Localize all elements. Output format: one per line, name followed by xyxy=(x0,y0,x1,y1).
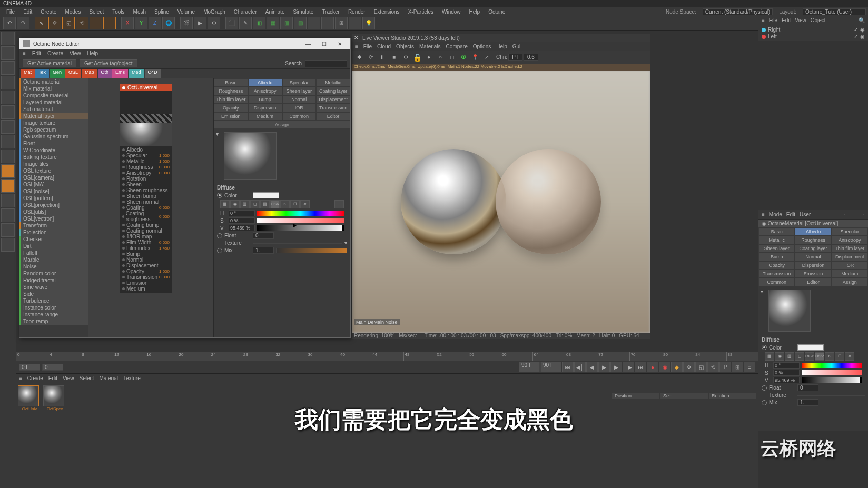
node-port[interactable]: Coating normal xyxy=(121,228,171,234)
prim-button-2[interactable]: ▦ xyxy=(267,17,279,29)
h-value[interactable]: 0 ° xyxy=(229,210,255,216)
lv-close-icon[interactable]: ✕ xyxy=(354,35,360,41)
attr-cm-rgb[interactable]: RGB xyxy=(805,352,814,361)
collapse-icon[interactable]: ▾ xyxy=(214,129,221,139)
color-swatch[interactable] xyxy=(253,192,279,198)
object-row[interactable]: Right✓◉ xyxy=(762,26,865,33)
value-slider[interactable] xyxy=(257,225,344,231)
attr-menu-edit[interactable]: Edit xyxy=(786,212,795,217)
prop-tab[interactable]: Specular xyxy=(282,78,317,87)
attr-cm-1[interactable]: ▦ xyxy=(765,352,774,361)
light-button[interactable]: 💡 xyxy=(362,17,375,29)
sidebar-item[interactable]: OSL[vectron] xyxy=(19,215,88,222)
port-dot-icon[interactable] xyxy=(122,189,125,192)
sidebar-item[interactable]: Ridged fractal xyxy=(19,277,88,284)
sidebar-item[interactable]: Layered material xyxy=(19,99,88,106)
sidebar-item[interactable]: Projection xyxy=(19,229,88,236)
port-dot-icon[interactable] xyxy=(122,177,125,180)
color-radio[interactable] xyxy=(217,193,222,198)
attr-tab[interactable]: Assign xyxy=(832,278,868,286)
menu-extensions[interactable]: Extensions xyxy=(370,9,404,15)
attr-cm-grid[interactable]: ⊞ xyxy=(835,352,844,361)
lv-lock-button[interactable]: 🔒 xyxy=(412,52,422,63)
sidebar-item[interactable]: OSL[utils] xyxy=(19,208,88,215)
attr-tab[interactable]: Roughness xyxy=(795,236,831,244)
ne-menu-view[interactable]: View xyxy=(70,51,81,56)
prop-tab[interactable]: Coating layer xyxy=(316,87,350,95)
object-row[interactable]: Left✓◉ xyxy=(762,33,865,40)
lv-menu-materials[interactable]: Materials xyxy=(419,44,441,49)
timeline-end-field[interactable]: 90 F xyxy=(519,362,540,372)
attr-menu-user[interactable]: User xyxy=(800,212,811,217)
timeline-start2-field[interactable]: 0 F xyxy=(42,364,63,371)
node-port[interactable]: Metallic1.000 xyxy=(121,158,171,164)
mix-slider[interactable] xyxy=(276,248,347,253)
prop-tab[interactable]: Medium xyxy=(248,112,282,121)
port-dot-icon[interactable] xyxy=(122,282,125,284)
hamburger-icon[interactable]: ≡ xyxy=(19,375,22,381)
port-dot-icon[interactable] xyxy=(122,183,125,186)
key-button-7[interactable]: ≡ xyxy=(744,362,755,372)
menu-tracker[interactable]: Tracker xyxy=(318,9,344,15)
prop-tab[interactable]: Normal xyxy=(282,95,317,104)
lv-menu-cloud[interactable]: Cloud xyxy=(377,44,391,49)
hamburger-icon[interactable]: ≡ xyxy=(762,212,765,217)
ne-menu-create[interactable]: Create xyxy=(47,51,63,56)
node-octuniversal[interactable]: OctUniversal AlbedoSpecular1.000Metallic… xyxy=(120,84,172,293)
chn-dropdown[interactable]: PT xyxy=(508,54,522,61)
port-dot-icon[interactable] xyxy=(122,235,125,238)
menu-tools[interactable]: Tools xyxy=(108,9,129,15)
node-port[interactable]: Normal xyxy=(121,257,171,263)
timeline-start-field[interactable]: 0 F xyxy=(19,364,40,371)
node-port[interactable]: Roughness0.000 xyxy=(121,164,171,170)
attr-tab[interactable]: Displacement xyxy=(832,253,868,261)
attr-v-value[interactable]: 95.469 % xyxy=(773,377,800,383)
redo-button[interactable]: ↷ xyxy=(17,17,29,29)
attr-tab[interactable]: Basic xyxy=(758,227,795,236)
prop-tab[interactable]: Metallic xyxy=(316,78,350,87)
sidebar-item[interactable]: Material layer xyxy=(19,113,88,119)
sidebar-item[interactable]: Sub material xyxy=(19,106,88,113)
prop-tab[interactable]: Common xyxy=(282,112,317,121)
prop-tab[interactable]: Sheen layer xyxy=(282,87,317,95)
attr-cm-2[interactable]: ◉ xyxy=(775,352,784,361)
lv-menu-objects[interactable]: Objects xyxy=(396,44,414,49)
attr-tab[interactable]: Specular xyxy=(832,227,868,236)
attr-float-field[interactable]: 0 xyxy=(797,384,818,391)
lv-menu-options[interactable]: Options xyxy=(473,44,491,49)
sidebar-item[interactable]: OSL[MA] xyxy=(19,181,88,188)
camera-button[interactable] xyxy=(349,17,361,29)
attr-s-value[interactable]: 0 % xyxy=(773,370,800,376)
get-active-material-button[interactable]: Get Active material xyxy=(23,59,76,67)
prop-tab[interactable]: Displacement xyxy=(316,95,350,104)
color-mode-8[interactable]: # xyxy=(300,200,310,208)
scale-tool-button[interactable]: ◱ xyxy=(62,17,75,29)
key-button-4[interactable]: ⟲ xyxy=(707,362,719,372)
ne-tab-map[interactable]: Map xyxy=(82,69,97,78)
attr-nav-back[interactable]: ← xyxy=(843,212,849,217)
menu-volume[interactable]: Volume xyxy=(173,9,199,15)
sidebar-item[interactable]: Gaussian spectrum xyxy=(19,133,88,140)
mm-menu-create[interactable]: Create xyxy=(27,375,43,381)
hamburger-icon[interactable]: ≡ xyxy=(23,51,26,56)
ne-tab-ems[interactable]: Ems xyxy=(112,69,128,78)
menu-window[interactable]: Window xyxy=(438,9,465,15)
rail-btn-10[interactable] xyxy=(1,164,15,178)
hamburger-icon[interactable]: ≡ xyxy=(762,17,765,23)
attr-color-radio[interactable] xyxy=(762,345,767,350)
render-view-button[interactable]: 🎬 xyxy=(180,17,193,29)
lv-menu-gui[interactable]: Gui xyxy=(512,44,521,49)
sidebar-item[interactable]: OSL[projection] xyxy=(19,202,88,208)
rail-btn-9[interactable] xyxy=(1,150,15,163)
sidebar-item[interactable]: Dirt xyxy=(19,243,88,250)
sidebar-item[interactable]: Image texture xyxy=(19,119,88,126)
node-port[interactable]: Film Width0.000 xyxy=(121,240,171,245)
prop-tab[interactable]: Editor xyxy=(316,112,350,121)
attr-cm-4[interactable]: ◻ xyxy=(795,352,804,361)
sidebar-item[interactable]: Rgb spectrum xyxy=(19,126,88,133)
lv-settings-button[interactable]: ⚙ xyxy=(400,52,411,63)
node-port[interactable]: Coating0.000 xyxy=(121,205,171,211)
texture-field[interactable] xyxy=(253,243,342,244)
prim-button-6[interactable] xyxy=(321,17,334,29)
attr-tab[interactable]: Coating layer xyxy=(795,244,831,253)
